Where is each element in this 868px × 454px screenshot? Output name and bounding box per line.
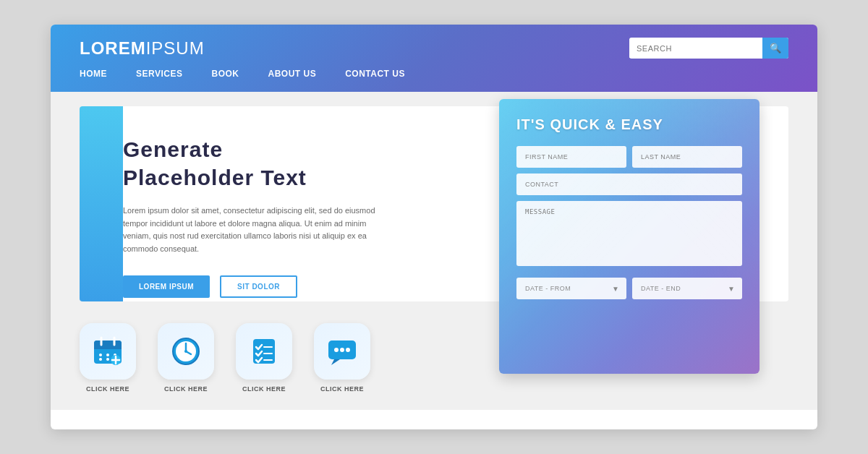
hero-body: Lorem ipsum dolor sit amet, consectetur … [123, 205, 383, 255]
nav-item-services[interactable]: SERVICES [136, 69, 182, 79]
icon-label-calendar: CLICK HERE [86, 385, 129, 393]
search-bar: 🔍 [629, 38, 788, 59]
chat-icon [326, 335, 359, 368]
svg-point-27 [346, 348, 350, 352]
svg-marker-24 [331, 359, 340, 365]
date-from-select[interactable]: DATE - FROM [516, 278, 626, 299]
form-card: IT'S QUICK & EASY DATE - FROM [499, 99, 760, 374]
main-content: GeneratePlaceholder Text Lorem ipsum dol… [51, 92, 817, 410]
svg-point-9 [106, 358, 109, 361]
form-title: IT'S QUICK & EASY [516, 116, 742, 133]
lorem-ipsum-button[interactable]: LOREM IPSUM [123, 275, 210, 298]
checklist-icon [247, 335, 281, 368]
logo-bold: LOREM [80, 38, 146, 58]
nav-item-book[interactable]: BOOK [211, 69, 239, 79]
svg-point-25 [334, 348, 339, 352]
svg-point-26 [340, 348, 344, 352]
icon-card-checklist[interactable]: CLICK HERE [236, 323, 292, 393]
icon-label-checklist: CLICK HERE [242, 385, 286, 393]
icon-label-chat: CLICK HERE [320, 385, 364, 393]
svg-rect-2 [94, 346, 122, 349]
search-icon: 🔍 [770, 43, 781, 53]
date-end-select[interactable]: DATE - END [632, 278, 742, 299]
date-row: DATE - FROM ▼ DATE - END ▼ [516, 278, 742, 299]
nav: HOME SERVICES BOOK ABOUT US CONTACT US [80, 69, 788, 79]
icon-label-clock: CLICK HERE [164, 385, 208, 393]
sit-dolor-button[interactable]: SIT DOLOR [220, 275, 297, 298]
calendar-add-icon-circle [80, 323, 136, 380]
message-row [516, 201, 742, 272]
header: LOREMIPSUM 🔍 HOME SERVICES BOOK ABOUT US… [51, 25, 817, 92]
logo-light: IPSUM [146, 38, 205, 58]
svg-point-6 [106, 354, 109, 356]
header-top: LOREMIPSUM 🔍 [80, 38, 788, 59]
hero-card: GeneratePlaceholder Text Lorem ipsum dol… [80, 106, 788, 301]
nav-item-contact[interactable]: CONTACT US [345, 69, 405, 79]
last-name-input[interactable] [632, 146, 742, 168]
checklist-icon-circle [236, 323, 292, 380]
date-end-wrapper: DATE - END ▼ [632, 278, 742, 299]
message-textarea[interactable] [516, 201, 742, 266]
nav-item-about[interactable]: ABOUT US [268, 69, 316, 79]
svg-point-5 [99, 354, 102, 356]
calendar-add-icon [91, 335, 124, 368]
nav-item-home[interactable]: HOME [80, 69, 107, 79]
search-button[interactable]: 🔍 [762, 38, 788, 59]
contact-input[interactable] [516, 174, 742, 195]
chat-icon-circle [314, 323, 370, 380]
clock-icon [169, 335, 203, 368]
svg-point-8 [99, 358, 102, 361]
date-from-wrapper: DATE - FROM ▼ [516, 278, 626, 299]
icon-card-chat[interactable]: CLICK HERE [314, 323, 370, 393]
icon-card-clock[interactable]: CLICK HERE [158, 323, 214, 393]
clock-icon-circle [158, 323, 214, 380]
browser-window: LOREMIPSUM 🔍 HOME SERVICES BOOK ABOUT US… [51, 25, 817, 429]
logo: LOREMIPSUM [80, 38, 205, 59]
search-input[interactable] [629, 39, 762, 58]
first-name-input[interactable] [516, 146, 626, 168]
name-row [516, 146, 742, 168]
contact-row [516, 174, 742, 195]
icon-card-calendar[interactable]: CLICK HERE [80, 323, 136, 393]
